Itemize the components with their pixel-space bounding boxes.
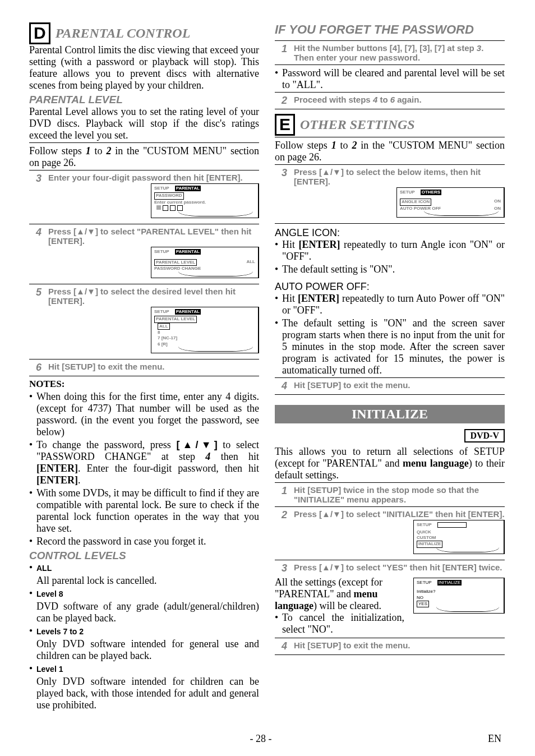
angle-icon-heading: ANGLE ICON: xyxy=(275,227,505,239)
divider xyxy=(275,394,505,395)
i-step-3: 3 Press [▲/▼] to select "YES" then hit [… xyxy=(275,563,505,574)
cl-item: ALL xyxy=(29,562,259,574)
dvd-v-badge: DVD-V xyxy=(464,429,505,442)
step-text: Press [▲/▼] to select the below items, t… xyxy=(294,167,505,221)
cl-body: DVD software of any grade (adult/general… xyxy=(36,601,259,624)
i-step-1: 1 Hit [SETUP] twice in the stop mode so … xyxy=(275,485,505,504)
note-item: Record the password in case you forget i… xyxy=(29,536,259,547)
divider xyxy=(275,506,505,507)
step-number: 1 xyxy=(275,43,294,55)
i-step-4: 4 Hit [SETUP] to exit the menu. xyxy=(275,640,505,652)
note-item: When doing this for the first time, ente… xyxy=(29,391,259,438)
i3-cancel: To cancel the initialization, select "NO… xyxy=(275,612,404,635)
cl-body: Only DVD software intended for children … xyxy=(36,676,259,711)
e-step-4: 4 Hit [SETUP] to exit the menu. xyxy=(275,380,505,392)
left-column: D PARENTAL CONTROL Parental Control limi… xyxy=(29,22,259,712)
step-number: 4 xyxy=(275,640,294,652)
step-text: Press [▲/▼] to select the desired level … xyxy=(48,287,259,357)
cl-body: Only DVD software intended for general u… xyxy=(36,638,259,662)
initialize-intro: This allows you to return all selections… xyxy=(275,446,505,481)
divider xyxy=(275,654,505,655)
step-5: 5 Press [▲/▼] to select the desired leve… xyxy=(29,287,259,357)
osd-initialize-menu: SETUP QUICK CUSTOM INITIALIZE xyxy=(413,520,505,554)
osd-parental-level-menu: SETUPPARENTAL PARENTAL LEVELALL PASSWORD… xyxy=(151,247,259,278)
step-number: 3 xyxy=(29,173,48,185)
osd-level-list: SETUPPARENTAL PARENTAL LEVEL ALL 8 7 [NC… xyxy=(151,307,259,353)
divider xyxy=(29,359,259,359)
section-letter-e: E xyxy=(275,114,295,136)
section-d-header: D PARENTAL CONTROL xyxy=(29,22,259,44)
step-number: 3 xyxy=(275,167,294,179)
initialize-heading: INITIALIZE xyxy=(275,405,505,423)
note-item: To change the password, press [▲/▼] to s… xyxy=(29,439,259,486)
divider xyxy=(275,223,505,224)
divider xyxy=(275,377,505,378)
angle-note: The default setting is "ON". xyxy=(275,264,505,275)
cl-item: Level 8 xyxy=(29,588,259,600)
control-levels-list: ALL xyxy=(29,562,259,574)
forget-step-1: 1 Hit the Number buttons [4], [7], [3], … xyxy=(275,43,505,62)
divider xyxy=(275,64,505,65)
step-text: Enter your four-digit password then hit … xyxy=(48,173,259,222)
step-4: 4 Press [▲/▼] to select "PARENTAL LEVEL"… xyxy=(29,227,259,282)
divider xyxy=(275,482,505,483)
step-text: Hit [SETUP] twice in the stop mode so th… xyxy=(294,485,505,504)
parental-level-text: Parental Level allows you to set the rat… xyxy=(29,106,259,141)
step-number: 4 xyxy=(275,380,294,392)
divider xyxy=(275,137,505,137)
divider xyxy=(275,109,505,109)
auto-power-heading: AUTO POWER OFF: xyxy=(275,281,505,293)
section-title-parental-control: PARENTAL CONTROL xyxy=(56,26,191,40)
osd-initialize-confirm: SETUPINITIALIZE Initialize? NO YES xyxy=(413,578,505,614)
divider xyxy=(275,560,505,560)
step-3: 3 Enter your four-digit password then hi… xyxy=(29,173,259,222)
divider xyxy=(275,164,505,165)
step-text: Proceed with steps 4 to 6 again. xyxy=(294,95,505,104)
step-text: Press [▲/▼] to select "PARENTAL LEVEL" t… xyxy=(48,227,259,282)
page-lang: EN xyxy=(488,733,501,745)
page-footer: - 28 - EN xyxy=(0,733,535,745)
i3-body: All the settings (except for "PARENTAL" … xyxy=(275,577,404,612)
e-step-3: 3 Press [▲/▼] to select the below items,… xyxy=(275,167,505,221)
step-number: 1 xyxy=(275,485,294,497)
divider xyxy=(29,170,259,170)
step-text: Hit [SETUP] to exit the menu. xyxy=(294,640,505,650)
divider xyxy=(29,224,259,224)
right-column: IF YOU FORGET THE PASSWORD 1 Hit the Num… xyxy=(275,22,505,712)
step-number: 6 xyxy=(29,362,48,374)
step-text: Hit [SETUP] to exit the menu. xyxy=(48,362,259,371)
i-step-3-body-row: All the settings (except for "PARENTAL" … xyxy=(275,577,505,637)
step-6: 6 Hit [SETUP] to exit the menu. xyxy=(29,362,259,374)
divider xyxy=(29,376,259,376)
page-number: - 28 - xyxy=(250,733,272,745)
divider xyxy=(275,92,505,93)
step-text: Press [▲/▼] to select "YES" then hit [EN… xyxy=(294,563,505,572)
notes-heading: NOTES: xyxy=(29,379,259,390)
step-number: 4 xyxy=(29,227,48,238)
control-levels-heading: CONTROL LEVELS xyxy=(29,550,259,562)
forget-step-2: 2 Proceed with steps 4 to 6 again. xyxy=(275,95,505,107)
forget-password-heading: IF YOU FORGET THE PASSWORD xyxy=(275,22,505,37)
step-number: 2 xyxy=(275,95,294,107)
section-letter-d: D xyxy=(29,22,50,44)
parental-level-heading: PARENTAL LEVEL xyxy=(29,94,259,106)
section-title-other-settings: OTHER SETTINGS xyxy=(300,117,415,132)
forget-note: Password will be cleared and parental le… xyxy=(275,67,505,91)
cl-item: Level 1 xyxy=(29,663,259,675)
auto-note: Hit [ENTER] repeatedly to turn Auto Powe… xyxy=(275,293,505,316)
intro-text: Parental Control limits the disc viewing… xyxy=(29,44,259,91)
divider xyxy=(29,284,259,284)
step-text: Hit [SETUP] to exit the menu. xyxy=(294,380,505,390)
notes-list: When doing this for the first time, ente… xyxy=(29,391,259,547)
divider xyxy=(29,142,259,143)
cl-body: All parental lock is cancelled. xyxy=(36,575,259,587)
step-number: 3 xyxy=(275,563,294,574)
cl-item: Levels 7 to 2 xyxy=(29,625,259,637)
section-e-header: E OTHER SETTINGS xyxy=(275,114,505,136)
follow-steps-text: Follow steps 1 to 2 in the "CUSTOM MENU"… xyxy=(29,145,259,169)
i-step-2: 2 Press [▲/▼] to select "INITIALIZE" the… xyxy=(275,509,505,557)
divider xyxy=(275,40,505,41)
follow-steps-text-e: Follow steps 1 to 2 in the "CUSTOM MENU"… xyxy=(275,140,505,163)
divider xyxy=(275,638,505,638)
note-item: With some DVDs, it may be difficult to f… xyxy=(29,487,259,534)
